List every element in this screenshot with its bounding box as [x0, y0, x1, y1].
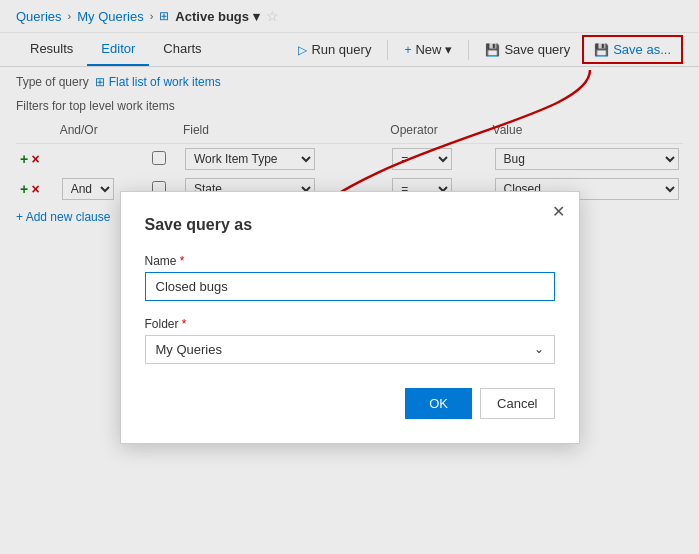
folder-field-label: Folder * [145, 317, 555, 331]
modal-close-button[interactable]: ✕ [552, 204, 565, 220]
name-required-star: * [180, 254, 185, 268]
modal-title: Save query as [145, 216, 555, 234]
save-as-modal: ✕ Save query as Name * Folder * My Queri… [120, 191, 580, 444]
modal-overlay: ✕ Save query as Name * Folder * My Queri… [0, 0, 699, 554]
folder-select-wrapper: My Queries ⌄ [145, 335, 555, 364]
cancel-button[interactable]: Cancel [480, 388, 554, 419]
modal-actions: OK Cancel [145, 388, 555, 419]
name-input[interactable] [145, 272, 555, 301]
folder-required-star: * [182, 317, 187, 331]
folder-select[interactable]: My Queries ⌄ [145, 335, 555, 364]
ok-button[interactable]: OK [405, 388, 472, 419]
name-field-label: Name * [145, 254, 555, 268]
folder-chevron-icon: ⌄ [534, 342, 544, 356]
